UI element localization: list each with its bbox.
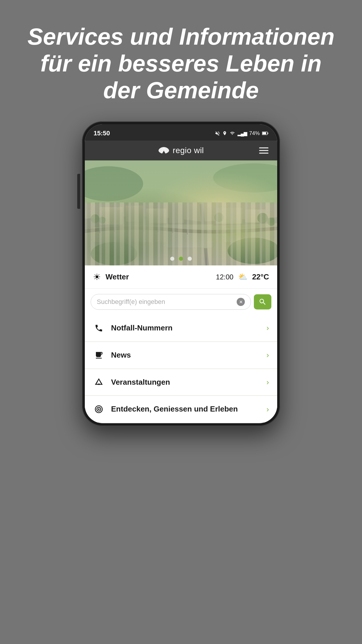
hero-image [85,160,277,265]
phone-mockup: 15:50 ▂▄▆ 74% [82,121,280,426]
target-icon [93,405,105,414]
hero-title: Services und Informationen für ein besse… [0,0,362,121]
svg-point-31 [91,242,137,265]
menu-item-notfall[interactable]: Notfall-Nummern › [85,315,277,342]
svg-point-22 [267,218,275,226]
svg-rect-17 [166,225,213,248]
news-chevron: › [266,351,269,360]
battery-icon [262,131,268,135]
svg-point-21 [257,213,268,223]
clear-search-button[interactable]: ✕ [237,298,245,306]
svg-line-30 [187,230,187,235]
status-bar: 15:50 ▂▄▆ 74% [85,124,277,141]
svg-rect-13 [94,228,126,242]
carousel-dot-1[interactable] [170,257,174,261]
svg-rect-33 [98,384,100,385]
notfall-label: Notfall-Nummern [111,323,260,333]
search-input-wrapper[interactable]: Suchbegriff(e) eingeben ✕ [91,294,251,310]
notfall-chevron: › [266,323,269,332]
svg-rect-1 [268,132,268,134]
city-aerial-svg [85,160,277,265]
menu-item-news[interactable]: News › [85,342,277,369]
svg-point-20 [99,217,106,224]
app-header: regio wil [85,141,277,160]
menu-item-veranstaltungen[interactable]: Veranstaltungen › [85,369,277,396]
app-logo: regio wil [158,146,204,155]
svg-rect-3 [85,160,277,265]
carousel-dot-3[interactable] [188,257,192,261]
content-area: ☀ Wetter 12:00 ⛅ 22°C Suchbegriff(e) ein… [85,265,277,423]
weather-time: 12:00 [216,273,233,281]
silent-icon [215,131,220,136]
weather-left: ☀ Wetter [93,272,129,282]
svg-rect-7 [99,207,123,225]
svg-line-24 [99,229,100,233]
logo-text: regio wil [173,146,204,155]
search-bar: Suchbegriff(e) eingeben ✕ [85,289,277,315]
svg-point-19 [91,214,99,223]
logo-icon [158,146,170,155]
svg-line-25 [114,228,115,232]
phone-screen: 15:50 ▂▄▆ 74% [85,124,277,423]
svg-rect-9 [146,209,166,223]
svg-point-5 [213,163,277,192]
svg-line-28 [158,228,158,232]
menu-item-entdecken[interactable]: Entdecken, Geniessen und Erleben › [85,396,277,423]
search-placeholder-text: Suchbegriff(e) eingeben [97,298,165,306]
carousel-dot-2[interactable] [179,257,183,261]
svg-rect-8 [126,206,143,222]
status-icons: ▂▄▆ 74% [215,130,268,136]
tent-icon [93,377,105,387]
phone-icon [93,324,105,332]
weather-label: Wetter [106,272,129,281]
weather-bar: ☀ Wetter 12:00 ⛅ 22°C [85,265,277,289]
svg-rect-12 [245,209,266,223]
search-button[interactable] [254,294,271,309]
svg-rect-6 [85,204,277,265]
newspaper-icon [93,351,105,360]
hamburger-menu-button[interactable] [259,148,268,154]
weather-sun-icon: ☀ [93,272,101,282]
weather-temperature: 22°C [252,272,269,281]
svg-rect-11 [216,208,242,224]
status-time: 15:50 [94,130,110,137]
entdecken-chevron: › [266,405,269,414]
svg-point-23 [214,213,224,222]
svg-rect-16 [225,228,260,242]
signal-icon: ▂▄▆ [238,131,247,136]
svg-point-4 [85,166,143,201]
svg-line-26 [129,227,129,231]
svg-rect-14 [129,229,152,242]
weather-right: 12:00 ⛅ 22°C [216,272,269,281]
search-icon [259,298,267,306]
svg-line-29 [172,229,173,233]
svg-rect-18 [166,225,213,248]
location-icon [222,131,227,136]
entdecken-label: Entdecken, Geniessen und Erleben [111,404,260,414]
news-label: News [111,350,260,360]
svg-rect-15 [155,227,184,242]
svg-line-27 [143,228,144,232]
carousel-dots [170,257,192,261]
menu-list: Notfall-Nummern › News › [85,315,277,423]
svg-rect-10 [169,204,184,223]
battery-text: 74% [249,130,260,136]
veranstaltungen-chevron: › [266,378,269,387]
veranstaltungen-label: Veranstaltungen [111,377,260,387]
svg-point-32 [228,238,277,264]
svg-point-34 [98,409,99,410]
weather-partly-cloudy-icon: ⛅ [238,272,247,281]
wifi-icon [229,131,235,136]
svg-rect-2 [262,132,266,134]
